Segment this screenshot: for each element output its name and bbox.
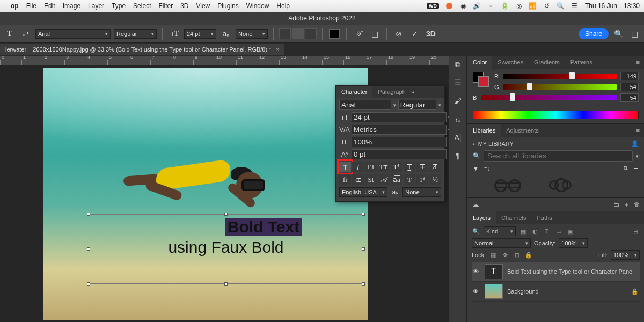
faux-bold-button[interactable]: T <box>339 162 351 172</box>
menu-type[interactable]: Type <box>112 2 126 10</box>
orientation-icon[interactable]: ⇄ <box>19 27 32 40</box>
clone-icon[interactable]: ⎌ <box>452 114 463 125</box>
canvas[interactable]: Bold Text using Faux Bold <box>43 68 368 320</box>
subscript-button[interactable]: T̲ <box>404 162 415 172</box>
menu-view[interactable]: View <box>196 2 210 10</box>
profile-icon[interactable]: 👤 <box>631 140 639 147</box>
commit-icon[interactable]: ✓ <box>408 27 421 40</box>
bluetooth-icon[interactable]: ⌖ <box>487 2 495 10</box>
tab-paragraph[interactable]: Paragraph <box>372 86 411 98</box>
handle-tl[interactable] <box>87 213 90 216</box>
slider-g[interactable] <box>503 84 617 90</box>
handle-tm[interactable] <box>224 213 228 216</box>
visibility-icon[interactable]: 👁 <box>473 288 480 295</box>
menu-window[interactable]: Window <box>246 2 269 10</box>
char-style-input[interactable] <box>398 100 436 110</box>
type-bounding-box[interactable]: Bold Text using Faux Bold <box>89 214 363 284</box>
tab-gradients[interactable]: Gradients <box>529 56 565 69</box>
control-center-icon[interactable]: ☰ <box>571 2 579 10</box>
battery-icon[interactable]: 🔋 <box>501 2 509 10</box>
value-r[interactable]: 149 <box>620 72 639 80</box>
search-icon[interactable]: 🔍 <box>612 27 625 40</box>
blend-mode-select[interactable]: Normal▾ <box>472 238 531 248</box>
handle-mr[interactable] <box>362 247 365 251</box>
strikethrough-button[interactable]: T̸ <box>429 162 441 172</box>
filter-adjust-icon[interactable]: ◐ <box>531 227 539 236</box>
font-family-select[interactable]: Arial▾ <box>35 29 111 39</box>
handle-ml[interactable] <box>87 247 90 251</box>
list-view-icon[interactable]: ☰ <box>633 165 639 172</box>
layer-name[interactable]: Background <box>507 288 539 295</box>
tab-libraries[interactable]: Libraries <box>467 124 501 137</box>
ot-ligatures-button[interactable]: fi <box>339 174 351 185</box>
menu-help[interactable]: Help <box>276 2 290 10</box>
tab-paths[interactable]: Paths <box>532 211 558 224</box>
ot-contextual-button[interactable]: ɶ <box>352 174 364 185</box>
char-vscale-input[interactable] <box>352 137 447 147</box>
char-font-input[interactable] <box>339 100 391 110</box>
spotlight-icon[interactable]: 🔍 <box>557 2 565 10</box>
layer-name[interactable]: Bold Text using the Type tool or Charact… <box>507 268 634 275</box>
char-mini-icon[interactable]: A| <box>452 132 463 143</box>
ot-discretionary-button[interactable]: St <box>365 174 377 185</box>
back-icon[interactable]: ‹ <box>473 141 475 147</box>
circle-icon[interactable]: ◉ <box>459 2 467 10</box>
share-button[interactable]: Share <box>579 28 609 39</box>
lock-position-icon[interactable]: ✥ <box>501 251 509 259</box>
character-panel-icon[interactable]: ▤ <box>368 27 381 40</box>
char-size-input[interactable] <box>352 112 447 122</box>
char-aa-select[interactable]: None▾ <box>402 187 441 197</box>
menu-plugins[interactable]: Plugins <box>217 2 238 10</box>
char-language-select[interactable]: English: USA▾ <box>339 187 387 197</box>
paragraph-mini-icon[interactable]: ¶ <box>452 150 463 161</box>
airdrop-icon[interactable]: ◎ <box>515 2 523 10</box>
search-dropdown-icon[interactable]: ▾ <box>636 153 639 159</box>
visibility-icon[interactable]: 👁 <box>473 268 480 275</box>
brush-icon[interactable]: 🖌 <box>452 96 463 106</box>
tab-channels[interactable]: Channels <box>496 211 531 224</box>
type-tool-icon[interactable]: T <box>3 27 16 40</box>
filter-type-icon[interactable]: T <box>543 227 551 236</box>
align-right-button[interactable]: ≡ <box>305 28 317 39</box>
color-panel-menu-icon[interactable]: ≡ <box>632 59 644 65</box>
handle-tr[interactable] <box>362 213 365 216</box>
layer-kind-select[interactable]: Kind▾ <box>484 226 516 236</box>
text-color-chip[interactable] <box>328 27 341 40</box>
lock-artboard-icon[interactable]: ⊞ <box>513 251 521 259</box>
lib-trash-icon[interactable]: 🗑 <box>634 201 640 208</box>
slider-b[interactable] <box>481 95 617 100</box>
lib-item-glasses[interactable] <box>489 177 526 193</box>
fill-select[interactable]: 100%▾ <box>611 250 640 260</box>
libraries-search-input[interactable] <box>484 150 633 162</box>
superscript-button[interactable]: Tᵀ <box>391 162 402 172</box>
value-g[interactable]: 54 <box>620 83 639 91</box>
lib-item-rings[interactable] <box>543 177 580 193</box>
close-tab-icon[interactable]: × <box>275 46 279 53</box>
canvas-text-line2[interactable]: using Faux Bold <box>89 238 363 257</box>
menu-layer[interactable]: Layer <box>88 2 104 10</box>
lock-all-icon[interactable]: 🔒 <box>524 251 533 259</box>
fg-bg-swatch[interactable] <box>473 72 490 87</box>
cloud-sync-icon[interactable]: ☁ <box>472 200 479 209</box>
menubar-time[interactable]: 13:30 <box>624 2 640 10</box>
align-center-button[interactable]: ≡ <box>292 28 304 39</box>
volume-icon[interactable]: 🔊 <box>473 2 481 10</box>
libraries-menu-icon[interactable]: ≡ <box>632 127 644 134</box>
ot-fractions-button[interactable]: ½ <box>429 174 441 185</box>
tab-layers[interactable]: Layers <box>467 211 496 224</box>
menu-file[interactable]: File <box>26 2 36 10</box>
wifi-icon[interactable]: 📶 <box>529 2 537 10</box>
layer-row-background[interactable]: 👁 Background 🔒 <box>472 282 640 302</box>
group-icon[interactable]: ⇅ <box>623 165 628 172</box>
canvas-text-bold[interactable]: Bold Text <box>225 218 302 236</box>
color-spectrum[interactable] <box>473 111 639 119</box>
character-panel[interactable]: Character Paragraph » ≡ ▾ ▾ ᴛT▾ ↕A▾ V/A▾… <box>335 85 445 202</box>
tab-swatches[interactable]: Swatches <box>492 56 529 69</box>
history-icon[interactable]: ⧉ <box>452 59 463 70</box>
sort-icon[interactable]: ≡↓ <box>484 165 491 172</box>
ot-swash-button[interactable]: 𝒜 <box>378 174 390 185</box>
handle-br[interactable] <box>362 282 365 286</box>
char-baseline-input[interactable] <box>352 149 447 159</box>
underline-button[interactable]: T̶ <box>416 162 428 172</box>
tab-patterns[interactable]: Patterns <box>565 56 598 69</box>
